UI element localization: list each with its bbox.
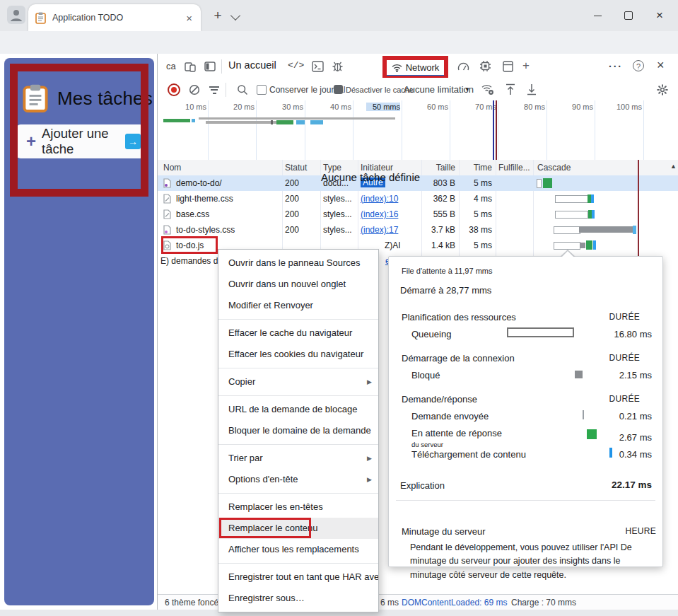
dock-side-icon[interactable]	[204, 61, 216, 72]
search-icon[interactable]	[237, 84, 248, 95]
tooltip-divider	[396, 500, 655, 501]
menu-item[interactable]: Modifier et Renvoyer	[218, 295, 378, 316]
col-fulfilled[interactable]: Fulfille...	[498, 163, 530, 173]
import-har-icon[interactable]	[505, 83, 515, 95]
more-tabs-button[interactable]: +	[522, 59, 530, 73]
ruler-tick: 30 ms	[269, 103, 303, 111]
profile-avatar[interactable]	[7, 6, 25, 24]
throttling-select[interactable]: Aucune limitation	[404, 84, 474, 95]
request-initiator-link[interactable]: (index):16	[361, 209, 398, 219]
window-close-button[interactable]: ×	[650, 7, 669, 24]
menu-item[interactable]: Effacer les cookies du navigateur	[218, 344, 378, 365]
col-waterfall[interactable]: Cascade	[537, 163, 571, 173]
settings-gear-icon[interactable]	[657, 84, 668, 95]
overview-bar-gray	[199, 117, 395, 120]
new-tab-button[interactable]: +	[210, 8, 226, 23]
export-har-icon[interactable]	[527, 83, 537, 95]
devtools-menu-button[interactable]: ···	[609, 61, 623, 72]
tab-welcome[interactable]: Un accueil	[228, 59, 276, 71]
menu-item-override-content[interactable]: Remplacer le contenu	[218, 518, 378, 539]
request-name: E) demandes de	[160, 256, 223, 266]
devtools-tab-bar: ca Un accueil </> Network	[158, 54, 678, 80]
preserve-log-checkbox[interactable]	[257, 85, 267, 95]
annotation-override-content	[219, 518, 311, 538]
explanation-label[interactable]: Explication	[400, 480, 445, 491]
device-emulation-icon[interactable]	[185, 61, 196, 72]
window-maximize-button[interactable]	[619, 7, 638, 24]
tab-close-icon[interactable]: ×	[185, 12, 194, 24]
menu-item[interactable]: Trier par▶	[218, 448, 378, 469]
waterfall-bar	[593, 240, 596, 250]
overview-bar-blue	[296, 120, 305, 124]
filter-icon[interactable]	[209, 84, 220, 95]
divider	[226, 83, 226, 97]
network-conditions-icon[interactable]	[481, 84, 494, 95]
col-status[interactable]: Statut	[285, 163, 307, 173]
debug-bug-icon[interactable]	[332, 60, 344, 73]
disable-cache-checkbox[interactable]	[334, 85, 343, 94]
menu-item[interactable]: Ouvrir dans le panneau Sources	[218, 252, 378, 274]
console-icon[interactable]	[312, 61, 324, 72]
submenu-arrow-icon: ▶	[367, 469, 372, 490]
application-icon[interactable]	[503, 61, 513, 72]
menu-item[interactable]: URL de la demande de blocage	[218, 399, 378, 420]
tab-elements-icon[interactable]: </>	[288, 60, 304, 71]
divider	[221, 59, 222, 74]
menu-item[interactable]: Effacer le cache du navigateur	[218, 322, 378, 344]
started-at: Démarré à 28,77 mms	[400, 285, 491, 296]
menu-item[interactable]: Copier▶	[218, 371, 378, 393]
request-name: to-do-styles.css	[176, 225, 235, 235]
request-initiator-link[interactable]: (index):17	[361, 225, 398, 235]
menu-item[interactable]: Enregistrer tout en tant que HAR avec du…	[218, 566, 378, 588]
request-size: 555 B	[421, 209, 455, 219]
overview-bar-green	[276, 120, 293, 124]
performance-gauge-icon[interactable]	[457, 61, 469, 71]
menu-separator	[218, 319, 378, 320]
browser-tab[interactable]: Application TODO ×	[28, 4, 201, 31]
clear-icon[interactable]	[189, 84, 200, 95]
waterfall-bar	[543, 178, 552, 188]
stylesheet-icon	[163, 209, 171, 219]
window-minimize-button[interactable]	[588, 7, 607, 24]
table-row[interactable]: to-do-styles.css 200 styles... (index):1…	[158, 222, 678, 238]
menu-separator	[218, 395, 378, 396]
menu-item[interactable]: Ouvrir dans un nouvel onglet	[218, 274, 378, 295]
overview-bar-green	[163, 119, 190, 122]
timing-label: En attente de réponse	[411, 428, 502, 438]
section-title: Démarrage de la connexion	[402, 353, 515, 364]
request-time: 38 ms	[458, 225, 492, 235]
table-row[interactable]: base.css 200 styles... (index):16 555 B …	[158, 207, 678, 222]
request-initiator-link[interactable]: (index):10	[361, 194, 398, 204]
network-overview[interactable]: 10 ms 20 ms 30 ms 40 ms 50 mms 60 ms 70 …	[158, 100, 678, 161]
server-timing-header: HEURE	[609, 526, 656, 536]
help-icon[interactable]: ?	[633, 60, 644, 71]
menu-item[interactable]: Afficher tous les remplacements	[218, 539, 378, 560]
menu-item[interactable]: Options d'en-tête▶	[218, 469, 378, 490]
timing-value: 2.67 ms	[595, 432, 652, 443]
tab-list-chevron-icon[interactable]	[230, 11, 240, 21]
throttling-dropdown-icon[interactable]: ▼	[464, 86, 470, 93]
menu-item[interactable]: Bloquer le domaine de la demande	[218, 420, 378, 441]
waterfall-bar	[580, 243, 585, 248]
menu-item[interactable]: Remplacer les en-têtes	[218, 496, 378, 518]
request-time: 4 ms	[458, 194, 492, 204]
record-button[interactable]	[168, 83, 180, 96]
menu-separator	[218, 368, 378, 368]
annotation-todojs-row	[161, 236, 218, 254]
waterfall-bar	[555, 211, 588, 219]
col-time[interactable]: Time	[458, 163, 492, 173]
annotation-red-rectangle	[10, 64, 148, 197]
devtools-left-label[interactable]: ca	[166, 61, 176, 71]
todo-app-page: Mes tâches + Ajouter une tâche →	[0, 54, 157, 610]
devtools-close-button[interactable]: ×	[657, 58, 665, 73]
timing-bar-sent	[583, 410, 584, 419]
server-timing-title: Minutage du serveur	[402, 526, 486, 537]
menu-item[interactable]: Enregistrer sous…	[218, 588, 378, 609]
memory-chip-icon[interactable]	[479, 60, 491, 72]
annotation-network-tab	[382, 56, 448, 78]
sort-arrow-icon[interactable]: ▲	[670, 163, 677, 170]
request-status: 200	[285, 194, 299, 204]
col-size[interactable]: Taille	[421, 163, 455, 173]
col-name[interactable]: Nom	[163, 163, 181, 173]
table-row[interactable]: light-theme.css 200 styles... (index):10…	[158, 191, 678, 207]
